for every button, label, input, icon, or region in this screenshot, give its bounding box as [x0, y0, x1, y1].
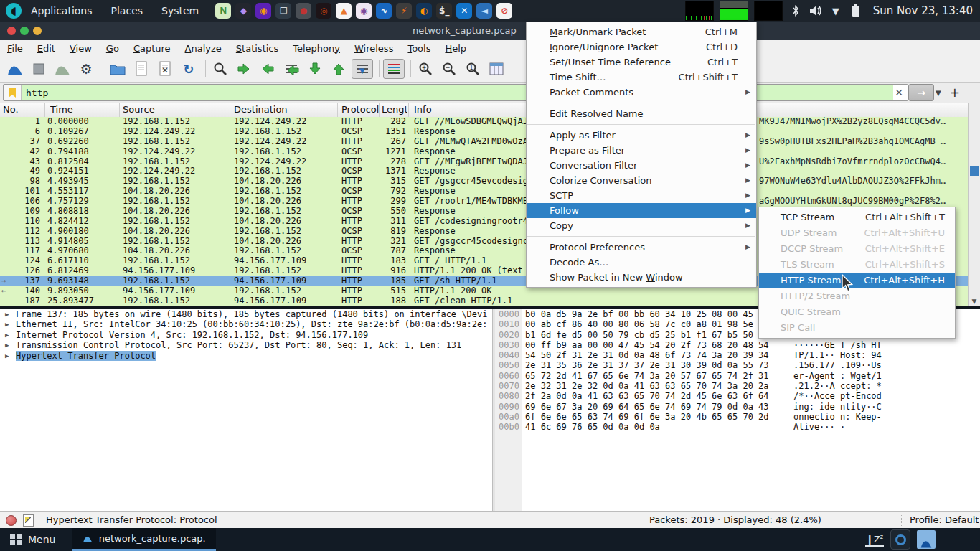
menu-edit[interactable]: Edit [30, 43, 62, 54]
menu-item-mark-unmark-packet[interactable]: Mark/Unmark PacketCtrl+M [527, 24, 756, 39]
packet-row-6[interactable]: 60.109267192.124.249.22192.168.1.152OCSP… [0, 127, 968, 137]
menu-item-decode-as-[interactable]: Decode As… [527, 255, 756, 270]
bluetooth-icon[interactable] [788, 3, 803, 19]
systray-network-icon[interactable] [890, 529, 910, 550]
capture-options-button[interactable]: ⚙ [75, 59, 97, 79]
zoom-reset-button[interactable]: 1 [462, 59, 484, 79]
display-filter-field[interactable]: http ✕ [3, 84, 908, 101]
app-icon-spiral[interactable]: ◎ [316, 3, 331, 19]
systray-keyboard-icon[interactable]: ❙Zz [865, 532, 884, 546]
menu-item-set-unset-time-reference[interactable]: Set/Unset Time ReferenceCtrl+T [527, 55, 756, 70]
reload-file-button[interactable]: ↻ [178, 59, 199, 79]
taskbar-menu-button[interactable]: Menu [0, 528, 65, 551]
hex-row-0060[interactable]: 006065 72 2d 41 67 65 6e 74 3a 20 57 67 … [495, 371, 980, 381]
resize-columns-button[interactable] [486, 59, 507, 79]
colorize-button[interactable] [383, 59, 405, 79]
menu-item-prepare-as-filter[interactable]: Prepare as Filter▶ [527, 143, 756, 158]
window-minimize-button[interactable] [33, 27, 42, 35]
zoom-in-button[interactable]: + [415, 59, 436, 79]
menu-item-conversation-filter[interactable]: Conversation Filter▶ [527, 158, 756, 173]
packet-list-scrollbar[interactable]: ▼ [968, 103, 980, 306]
column-header-time[interactable]: Time [50, 104, 73, 115]
distro-logo-icon[interactable]: ◖ [6, 3, 22, 19]
detail-line[interactable]: ▶Frame 137: 185 bytes on wire (1480 bits… [0, 309, 492, 319]
battery-icon[interactable] [849, 3, 863, 19]
restart-capture-button[interactable] [52, 59, 73, 79]
auto-scroll-button[interactable]: ▼ [352, 59, 373, 79]
places-menu[interactable]: Places [102, 5, 153, 17]
stop-capture-button[interactable] [28, 59, 50, 79]
app-icon-gem[interactable]: ◆ [235, 3, 251, 19]
menu-statistics[interactable]: Statistics [229, 43, 286, 54]
memory-graph-applet[interactable] [720, 1, 748, 21]
applications-menu[interactable]: Applications [22, 5, 102, 17]
menu-item-packet-comments[interactable]: Packet Comments▶ [527, 85, 756, 100]
menu-view[interactable]: View [62, 43, 99, 54]
packet-row-49[interactable]: 490.924151192.124.249.22192.168.1.152OCS… [0, 166, 968, 176]
hex-row-00a0[interactable]: 00a06f 6e 6e 65 63 74 69 6f 6e 3a 20 4b … [495, 412, 980, 422]
menu-item-ignore-unignore-packet[interactable]: Ignore/Unignore PacketCtrl+D [527, 39, 756, 55]
expert-info-icon[interactable] [6, 515, 17, 526]
menu-telephony[interactable]: Telephony [286, 43, 347, 54]
menu-item-protocol-preferences[interactable]: Protocol Preferences▶ [527, 240, 756, 255]
detail-line[interactable]: ▶Transmission Control Protocol, Src Port… [0, 340, 492, 350]
hex-row-00b0[interactable]: 00b041 6c 69 76 65 0d 0a 0d 0aAlive··· · [495, 422, 980, 432]
app-icon-nvim[interactable]: N [215, 3, 231, 19]
packet-row-42[interactable]: 420.794188192.124.249.22192.168.1.152OCS… [0, 147, 968, 157]
filter-bookmark-icon[interactable] [4, 85, 22, 100]
expand-arrow-icon[interactable]: ▶ [5, 330, 9, 340]
app-icon-record[interactable]: ⊘ [496, 3, 512, 19]
menu-capture[interactable]: Capture [126, 43, 178, 54]
system-menu[interactable]: System [152, 5, 208, 17]
app-icon-terminal[interactable]: $_ [436, 3, 452, 19]
window-close-button[interactable] [7, 27, 16, 35]
app-icon-flame[interactable]: ◉ [255, 3, 271, 19]
app-icon-vs[interactable]: ✕ [456, 3, 472, 19]
menu-item-edit-resolved-name[interactable]: Edit Resolved Name [527, 106, 756, 121]
menu-go[interactable]: Go [99, 43, 126, 54]
cpu-graph-applet[interactable] [685, 1, 714, 21]
expand-arrow-icon[interactable]: ▶ [5, 319, 9, 329]
close-file-button[interactable]: ✕ [154, 59, 176, 79]
window-maximize-button[interactable] [20, 27, 29, 35]
packet-row-106[interactable]: 1064.757129192.168.1.152104.18.20.226HTT… [0, 197, 968, 207]
column-header-no[interactable]: No. [3, 104, 19, 115]
menu-item-http-stream[interactable]: HTTP StreamCtrl+Alt+Shift+H [759, 273, 955, 288]
app-icon-door[interactable]: ❒ [275, 3, 291, 19]
hex-row-0080[interactable]: 00802f 2a 0d 0a 41 63 63 65 70 74 2d 45 … [495, 391, 980, 401]
app-icon-vlc[interactable]: ▲ [336, 3, 352, 19]
expand-arrow-icon[interactable]: ▶ [5, 309, 9, 319]
column-header-length[interactable]: Length [382, 104, 407, 115]
volume-icon[interactable] [809, 3, 823, 19]
expand-arrow-icon[interactable]: ▶ [5, 351, 9, 361]
app-icon-wave[interactable]: ∿ [376, 3, 392, 19]
start-capture-button[interactable] [4, 59, 26, 79]
menu-item-sctp[interactable]: SCTP▶ [527, 188, 756, 203]
open-file-button[interactable] [107, 59, 128, 79]
app-icon-vsalt[interactable]: ◄ [476, 3, 492, 19]
detail-line[interactable]: ▶Hypertext Transfer Protocol [0, 351, 492, 361]
menu-item-copy[interactable]: Copy▶ [527, 218, 756, 233]
column-header-destination[interactable]: Destination [234, 104, 288, 115]
app-icon-tor[interactable]: ◉ [356, 3, 372, 19]
wireshark-tray-icon[interactable] [917, 530, 936, 549]
menu-item-follow[interactable]: Follow▶ [527, 203, 756, 218]
scrollbar-down-arrow[interactable]: ▼ [969, 297, 980, 306]
menu-item-apply-as-filter[interactable]: Apply as Filter▶ [527, 128, 756, 143]
filter-clear-icon[interactable]: ✕ [895, 87, 903, 98]
menu-wireless[interactable]: Wireless [347, 43, 400, 54]
profile-text[interactable]: Profile: Default [910, 514, 979, 525]
clock[interactable]: Sun Nov 23, 13:40 [873, 4, 973, 17]
save-file-button[interactable] [131, 59, 152, 79]
menu-analyze[interactable]: Analyze [178, 43, 229, 54]
go-to-packet-button[interactable] [281, 59, 302, 79]
detail-line[interactable]: ▶Internet Protocol Version 4, Src: 192.1… [0, 330, 492, 340]
hex-row-0070[interactable]: 00702e 32 31 2e 32 0d 0a 41 63 63 65 70 … [495, 381, 980, 391]
go-first-button[interactable] [304, 59, 326, 79]
detail-line[interactable]: ▶Ethernet II, Src: IntelCor_34:10:25 (00… [0, 319, 492, 329]
hex-row-0050[interactable]: 00502e 31 35 36 2e 31 37 37 2e 31 30 39 … [495, 360, 980, 370]
menu-file[interactable]: File [0, 43, 30, 54]
display-filter-input[interactable]: http [22, 85, 893, 100]
app-icon-firefox[interactable]: ◐ [416, 3, 432, 19]
hex-row-0030[interactable]: 003000 ff b9 aa 00 00 47 45 54 20 2f 73 … [495, 340, 980, 350]
